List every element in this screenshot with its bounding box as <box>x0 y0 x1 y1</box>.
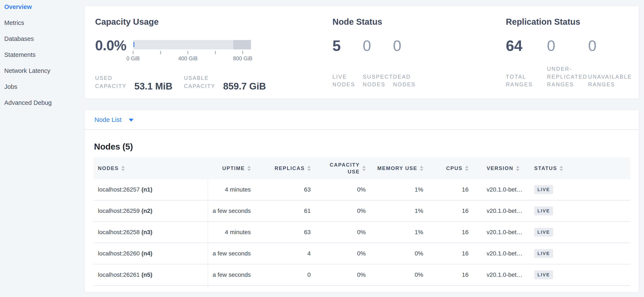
memory-use-cell: 1% <box>370 179 428 200</box>
column-header-memory-use[interactable]: MEMORY USE <box>370 157 428 179</box>
used-capacity-value: 53.1 MiB <box>134 82 172 90</box>
sort-icon[interactable] <box>121 166 125 171</box>
column-header-uptime[interactable]: UPTIME <box>208 157 255 179</box>
capacity-bar <box>133 40 251 49</box>
table-row: localhost:26259 (n2) a few seconds 61 0%… <box>94 201 630 222</box>
total-ranges-stat: 64 TOTAL RANGES <box>506 40 547 88</box>
nodes-table: NODES UPTIME REPLICAS CAPACITY USE <box>94 157 630 286</box>
status-cell: LIVE <box>529 222 630 243</box>
suspect-nodes-label: SUSPECT NODES <box>363 73 393 88</box>
replicas-cell: 61 <box>255 201 315 221</box>
cpus-cell: 16 <box>428 179 473 200</box>
sidebar: Overview Metrics Databases Statements Ne… <box>0 0 84 297</box>
sidebar-item-network-latency[interactable]: Network Latency <box>4 67 84 74</box>
capacity-use-cell: 0% <box>315 222 370 243</box>
replication-status-stats: 64 TOTAL RANGES 0 UNDER-REPLICATED RANGE… <box>506 40 639 88</box>
replicas-cell: 63 <box>255 179 315 200</box>
sort-icon[interactable] <box>362 166 366 171</box>
live-nodes-label: LIVE NODES <box>332 73 363 88</box>
capacity-use-cell: 0% <box>315 243 370 264</box>
node-address-cell: localhost:26257 (n1) <box>94 179 208 200</box>
column-header-version[interactable]: VERSION <box>473 157 529 179</box>
capacity-axis-ticks <box>133 49 251 55</box>
cluster-summary-card: Capacity Usage 0.0% 0 GiB 400 Gi <box>84 6 639 99</box>
node-address-cell: localhost:26260 (n4) <box>94 243 208 264</box>
sort-icon[interactable] <box>420 166 423 171</box>
total-ranges-label: TOTAL RANGES <box>506 73 547 88</box>
node-status-title: Node Status <box>332 17 506 26</box>
memory-use-cell: 1% <box>370 222 428 243</box>
status-badge: LIVE <box>534 228 553 237</box>
sort-icon[interactable] <box>465 166 468 171</box>
sort-icon[interactable] <box>516 166 520 171</box>
dead-nodes-stat: 0 DEAD NODES <box>393 40 423 88</box>
nodes-count-heading: Nodes (5) <box>94 141 639 152</box>
capacity-bar-used-marker <box>134 42 134 47</box>
node-list-dropdown[interactable]: Node List <box>94 116 134 123</box>
column-header-status[interactable]: STATUS <box>529 157 630 179</box>
capacity-percent: 0.0% <box>95 38 133 52</box>
cpus-cell: 16 <box>428 243 473 264</box>
sidebar-item-advanced-debug[interactable]: Advanced Debug <box>4 99 84 106</box>
usable-capacity-label: USABLE CAPACITY <box>184 74 221 90</box>
nodes-table-header: NODES UPTIME REPLICAS CAPACITY USE <box>94 157 630 179</box>
status-cell: LIVE <box>529 243 630 264</box>
sort-icon[interactable] <box>307 166 311 171</box>
total-ranges-value: 64 <box>506 39 547 53</box>
column-header-cpus[interactable]: CPUS <box>428 157 473 179</box>
node-address-cell: localhost:26258 (n3) <box>94 222 208 243</box>
nodes-column-divider <box>208 179 208 288</box>
memory-use-cell: 1% <box>370 201 428 221</box>
sidebar-item-jobs[interactable]: Jobs <box>4 83 84 90</box>
live-nodes-stat: 5 LIVE NODES <box>332 40 363 88</box>
node-id: (n5) <box>142 272 152 278</box>
status-cell: LIVE <box>529 264 630 285</box>
status-badge: LIVE <box>534 206 553 215</box>
used-capacity-label: USED CAPACITY <box>95 74 132 90</box>
version-cell: v20.1.0-bet… <box>473 201 529 221</box>
sort-icon[interactable] <box>560 166 563 171</box>
under-replicated-label: UNDER-REPLICATED RANGES <box>547 65 588 88</box>
dead-nodes-label: DEAD NODES <box>393 73 423 88</box>
uptime-cell: a few seconds <box>208 201 255 221</box>
suspect-nodes-value: 0 <box>363 39 393 53</box>
capacity-axis-labels: 0 GiB 400 GiB 800 GiB <box>133 55 251 62</box>
capacity-bar-reserved-segment <box>233 40 251 49</box>
column-header-replicas[interactable]: REPLICAS <box>255 157 315 179</box>
uptime-cell: a few seconds <box>208 264 255 285</box>
status-badge: LIVE <box>534 270 553 279</box>
chevron-down-icon <box>129 119 134 122</box>
status-badge: LIVE <box>534 185 553 194</box>
unavailable-ranges-stat: 0 UNAVAILABLE RANGES <box>588 40 629 88</box>
under-replicated-value: 0 <box>547 39 588 53</box>
axis-label-800: 800 GiB <box>233 55 252 61</box>
status-cell: LIVE <box>529 201 630 221</box>
sidebar-item-databases[interactable]: Databases <box>4 35 84 42</box>
capacity-details: USED CAPACITY 53.1 MiB USABLE CAPACITY 8… <box>95 74 332 90</box>
uptime-cell: 4 minutes <box>208 222 255 243</box>
sidebar-item-metrics[interactable]: Metrics <box>4 19 84 26</box>
replicas-cell: 4 <box>255 243 315 264</box>
capacity-chart: 0.0% 0 GiB 400 GiB 800 GiB <box>95 40 332 62</box>
status-cell: LIVE <box>529 179 630 200</box>
uptime-cell: a few seconds <box>208 243 255 264</box>
node-status-stats: 5 LIVE NODES 0 SUSPECT NODES 0 DEAD NODE… <box>332 40 506 88</box>
version-cell: v20.1.0-bet… <box>473 264 529 285</box>
node-status-section: Node Status 5 LIVE NODES 0 SUSPECT NODES… <box>332 6 506 99</box>
node-id: (n2) <box>142 208 152 214</box>
unavailable-ranges-value: 0 <box>588 39 629 53</box>
column-header-nodes[interactable]: NODES <box>94 157 208 179</box>
memory-use-cell: 0% <box>370 264 428 285</box>
column-header-capacity-use[interactable]: CAPACITY USE <box>315 157 370 179</box>
sidebar-item-overview[interactable]: Overview <box>4 3 84 10</box>
node-address-cell: localhost:26259 (n2) <box>94 201 208 221</box>
dead-nodes-value: 0 <box>393 39 423 53</box>
sidebar-item-statements[interactable]: Statements <box>4 51 84 58</box>
cpus-cell: 16 <box>428 201 473 221</box>
capacity-bar-chart: 0 GiB 400 GiB 800 GiB <box>133 40 251 62</box>
unavailable-ranges-label: UNAVAILABLE RANGES <box>588 73 629 88</box>
uptime-cell: 4 minutes <box>208 179 255 200</box>
sort-icon[interactable] <box>247 166 251 171</box>
node-id: (n4) <box>142 250 152 257</box>
table-row: localhost:26258 (n3) 4 minutes 63 0% 1% … <box>94 222 630 243</box>
